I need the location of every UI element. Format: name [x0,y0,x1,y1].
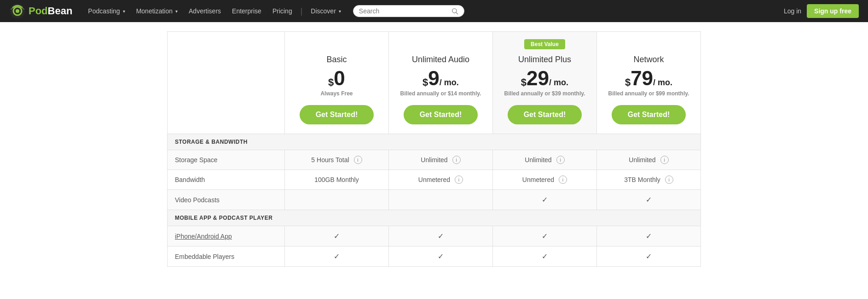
svg-line-4 [456,12,458,14]
feature-label-link[interactable]: iPhone/Android App [175,233,232,240]
feature-value-wrapper: ✓ [500,232,589,240]
table-row: Storage Space5 Hours TotaliUnlimitediUnl… [168,150,701,170]
feature-value-cell: ✓ [388,246,492,267]
nav-item-pricing[interactable]: Pricing [268,5,297,18]
feature-value-wrapper: 100GB Monthly [292,176,381,183]
plan-amount-network: 79 [631,68,653,88]
nav-divider: | [299,6,305,16]
feature-value-cell: 100GB Monthly [284,170,388,190]
checkmark-icon: ✓ [646,232,652,240]
feature-value-wrapper: Unlimitedi [604,156,693,164]
feature-value-text: Unmetered [418,176,450,183]
feature-value-text: 100GB Monthly [314,176,359,183]
plan-price-basic: $ 0 [290,68,383,88]
table-row: iPhone/Android App✓✓✓✓ [168,226,701,246]
plan-dollar-basic: $ [328,76,334,88]
info-icon[interactable]: i [354,156,362,164]
checkmark-icon: ✓ [438,232,444,240]
plan-billing-network: Billed annually or $99 monthly. [602,90,695,99]
plan-per-network: / mo. [653,77,672,88]
plan-header-basic-content: Basic $ 0 Always Free Get Started! [285,32,388,134]
info-icon[interactable]: i [665,176,673,184]
plan-billing-basic: Always Free [290,90,383,99]
plan-amount-plus: 29 [527,68,549,88]
logo-link[interactable]: PodBean [9,3,72,19]
section-header-mobile-app: MOBILE APP & PODCAST PLAYER [168,210,701,226]
plan-header-row: Basic $ 0 Always Free Get Started! [168,32,701,134]
search-box [353,5,464,17]
plan-header-network-content: Network $ 79 / mo. Billed annually or $9… [597,32,700,134]
chevron-down-icon: ▾ [123,9,125,14]
get-started-basic[interactable]: Get Started! [300,105,374,124]
plan-dollar-plus: $ [521,76,527,88]
section-label-storage-bandwidth: STORAGE & BANDWIDTH [168,134,701,150]
feature-value-cell: ✓ [596,226,700,246]
feature-value-wrapper: ✓ [292,232,381,240]
nav-links: Podcasting ▾ Monetization ▾ Advertisers … [83,5,784,18]
nav-item-discover[interactable]: Discover ▾ [306,5,345,18]
checkmark-icon: ✓ [646,195,652,204]
section-label-mobile-app: MOBILE APP & PODCAST PLAYER [168,210,701,226]
feature-value-cell: 3TB Monthlyi [596,170,700,190]
login-link[interactable]: Log in [784,7,801,15]
feature-value-text: 5 Hours Total [311,156,349,164]
info-icon[interactable]: i [455,176,463,184]
logo-text: PodBean [29,5,72,17]
pricing-body: STORAGE & BANDWIDTHStorage Space5 Hours … [168,134,701,267]
feature-value-text: Unlimited [525,156,551,164]
plan-name-basic: Basic [290,55,383,64]
signup-button[interactable]: Sign up free [807,4,859,18]
get-started-audio[interactable]: Get Started! [404,105,478,124]
checkmark-icon: ✓ [542,232,548,240]
checkmark-icon: ✓ [334,232,340,240]
pricing-container: Basic $ 0 Always Free Get Started! [158,31,710,267]
empty-header [168,32,285,134]
feature-value-cell [388,190,492,210]
plan-header-network: Network $ 79 / mo. Billed annually or $9… [596,32,700,134]
best-value-badge: Best Value [524,39,565,49]
nav-item-podcasting[interactable]: Podcasting ▾ [83,5,129,18]
feature-value-wrapper: 5 Hours Totali [292,156,381,164]
checkmark-icon: ✓ [334,252,340,261]
feature-label-text: Embeddable Players [175,253,234,260]
feature-value-wrapper: ✓ [500,252,589,261]
nav-item-monetization[interactable]: Monetization ▾ [132,5,182,18]
feature-label-text: Storage Space [175,156,218,164]
feature-value-cell: Unlimitedi [492,150,596,170]
feature-value-wrapper: ✓ [396,232,485,240]
feature-label-cell: iPhone/Android App [168,226,285,246]
feature-value-wrapper: ✓ [604,195,693,204]
info-icon[interactable]: i [559,176,567,184]
feature-value-cell: ✓ [492,246,596,267]
plan-price-audio: $ 9 / mo. [394,68,487,88]
feature-value-wrapper: Unlimitedi [396,156,485,164]
info-icon[interactable]: i [452,156,461,164]
feature-label-cell: Video Podcasts [168,190,285,210]
pricing-table: Basic $ 0 Always Free Get Started! [167,31,701,267]
plan-name-network: Network [602,55,695,64]
info-icon[interactable]: i [556,156,565,164]
search-input[interactable] [359,7,451,15]
nav-item-advertisers[interactable]: Advertisers [184,5,226,18]
feature-value-cell: ✓ [492,226,596,246]
chevron-down-icon: ▾ [339,9,341,14]
nav-item-enterprise[interactable]: Enterprise [227,5,266,18]
plan-billing-audio: Billed annually or $14 monthly. [394,90,487,99]
feature-value-cell: Unmeteredi [492,170,596,190]
feature-value-cell: Unlimitedi [388,150,492,170]
get-started-plus[interactable]: Get Started! [508,105,582,124]
feature-value-cell: ✓ [284,246,388,267]
plan-header-audio-content: Unlimited Audio $ 9 / mo. Billed annuall… [389,32,492,134]
checkmark-icon: ✓ [646,252,652,261]
plan-header-audio: Unlimited Audio $ 9 / mo. Billed annuall… [388,32,492,134]
feature-value-cell: 5 Hours Totali [284,150,388,170]
plan-price-network: $ 79 / mo. [602,68,695,88]
plan-dollar-network: $ [625,76,631,88]
feature-value-wrapper: 3TB Monthlyi [604,176,693,184]
feature-label-text: Bandwidth [175,176,205,183]
plan-price-plus: $ 29 / mo. [498,68,591,88]
feature-value-cell: ✓ [596,190,700,210]
feature-value-wrapper: ✓ [292,252,381,261]
info-icon[interactable]: i [660,156,669,164]
get-started-network[interactable]: Get Started! [612,105,686,124]
